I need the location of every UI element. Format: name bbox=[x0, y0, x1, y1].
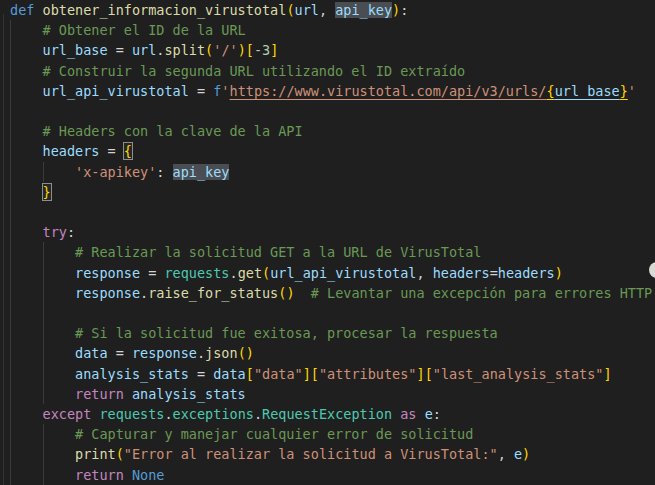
code-token: json bbox=[205, 345, 238, 361]
code-token: data bbox=[213, 366, 246, 382]
code-token: ) bbox=[555, 265, 563, 281]
code-token bbox=[10, 446, 75, 462]
code-token: analysis_stats bbox=[75, 366, 189, 382]
code-token: exceptions bbox=[173, 406, 254, 422]
code-line[interactable]: return None bbox=[0, 465, 655, 485]
code-token: , bbox=[416, 265, 432, 281]
code-token: [ bbox=[311, 366, 319, 382]
code-token: ' bbox=[628, 83, 636, 99]
code-token: = bbox=[108, 345, 132, 361]
code-token: ) bbox=[286, 285, 294, 301]
code-token: None bbox=[132, 467, 165, 483]
code-token: headers bbox=[498, 265, 555, 281]
code-token: raise_for_status bbox=[148, 285, 278, 301]
code-line[interactable]: response.raise_for_status() # Levantar u… bbox=[0, 283, 655, 303]
code-line[interactable]: # Realizar la solicitud GET a la URL de … bbox=[0, 242, 655, 262]
code-token: RequestException bbox=[262, 406, 392, 422]
code-token: url_api_virustotal bbox=[270, 265, 416, 281]
code-token: , bbox=[498, 446, 514, 462]
code-token bbox=[10, 164, 75, 180]
code-token: def bbox=[10, 2, 34, 18]
code-area[interactable]: def obtener_informacion_virustotal(url, … bbox=[0, 0, 655, 485]
code-token: "attributes" bbox=[319, 366, 417, 382]
code-token: 'x-apikey' bbox=[75, 164, 156, 180]
code-token: print bbox=[75, 446, 116, 462]
code-token: . bbox=[140, 285, 148, 301]
code-line[interactable] bbox=[0, 303, 655, 323]
code-token: api_key bbox=[173, 164, 230, 180]
code-line[interactable]: # Obtener el ID de la URL bbox=[0, 20, 655, 40]
code-line[interactable]: } bbox=[0, 182, 655, 202]
code-token: url bbox=[132, 42, 156, 58]
code-editor[interactable]: def obtener_informacion_virustotal(url, … bbox=[0, 0, 655, 485]
code-token: ] bbox=[270, 42, 278, 58]
code-token bbox=[10, 285, 75, 301]
code-token: = bbox=[140, 265, 164, 281]
code-token: e bbox=[514, 446, 522, 462]
code-token: . bbox=[229, 265, 237, 281]
code-token: , bbox=[319, 2, 335, 18]
code-token: obtener_informacion_virustotal bbox=[43, 2, 287, 18]
code-token: # Construir la segunda URL utilizando el… bbox=[43, 63, 466, 79]
code-token: data bbox=[75, 345, 108, 361]
code-token: response bbox=[132, 345, 197, 361]
code-token: ) bbox=[238, 42, 246, 58]
code-token bbox=[416, 406, 424, 422]
code-token: as bbox=[400, 406, 416, 422]
code-token: ) bbox=[392, 2, 400, 18]
code-token bbox=[10, 63, 43, 79]
code-token: e bbox=[425, 406, 433, 422]
code-token bbox=[10, 184, 43, 200]
code-token: ) bbox=[522, 446, 530, 462]
code-token: ( bbox=[286, 2, 294, 18]
code-token: [ bbox=[246, 366, 254, 382]
code-line[interactable]: return analysis_stats bbox=[0, 384, 655, 404]
code-line[interactable]: url_api_virustotal = f'https://www.virus… bbox=[0, 81, 655, 101]
code-token bbox=[10, 345, 75, 361]
code-token bbox=[10, 22, 43, 38]
code-token: ( bbox=[238, 345, 246, 361]
code-line[interactable] bbox=[0, 202, 655, 222]
code-token: url_api_virustotal bbox=[43, 83, 189, 99]
indent-guide bbox=[10, 202, 11, 222]
code-line[interactable]: headers = { bbox=[0, 141, 655, 161]
code-token: # Levantar una excepción para errores HT… bbox=[311, 285, 652, 301]
indent-guide bbox=[10, 101, 11, 121]
code-line[interactable]: # Si la solicitud fue exitosa, procesar … bbox=[0, 323, 655, 343]
code-line[interactable]: analysis_stats = data["data"]["attribute… bbox=[0, 364, 655, 384]
code-token: } bbox=[620, 83, 628, 99]
code-token: = bbox=[99, 143, 123, 159]
code-line[interactable]: # Headers con la clave de la API bbox=[0, 121, 655, 141]
code-token bbox=[10, 467, 75, 483]
code-line[interactable]: except requests.exceptions.RequestExcept… bbox=[0, 404, 655, 424]
code-token: # Capturar y manejar cualquier error de … bbox=[75, 426, 473, 442]
code-line[interactable]: def obtener_informacion_virustotal(url, … bbox=[0, 0, 655, 20]
code-token: : bbox=[156, 164, 172, 180]
code-token: https://www.virustotal.com/api/v3/urls/ bbox=[230, 83, 547, 99]
code-line[interactable]: try: bbox=[0, 222, 655, 242]
code-token: = bbox=[189, 83, 213, 99]
code-line[interactable]: # Capturar y manejar cualquier error de … bbox=[0, 424, 655, 444]
code-token: . bbox=[254, 406, 262, 422]
code-token: "last_analysis_stats" bbox=[433, 366, 604, 382]
code-token bbox=[295, 285, 311, 301]
code-line[interactable]: # Construir la segunda URL utilizando el… bbox=[0, 61, 655, 81]
code-token bbox=[124, 467, 132, 483]
code-token: analysis_stats bbox=[132, 386, 246, 402]
code-token: get bbox=[238, 265, 262, 281]
code-line[interactable] bbox=[0, 101, 655, 121]
code-token: : bbox=[433, 406, 441, 422]
code-token: } bbox=[43, 184, 51, 200]
code-token: = bbox=[108, 42, 132, 58]
code-token: . bbox=[164, 406, 172, 422]
code-token: # Si la solicitud fue exitosa, procesar … bbox=[75, 325, 498, 341]
code-line[interactable]: data = response.json() bbox=[0, 343, 655, 363]
code-line[interactable]: print("Error al realizar la solicitud a … bbox=[0, 444, 655, 464]
code-token: except bbox=[43, 406, 92, 422]
code-line[interactable]: 'x-apikey': api_key bbox=[0, 162, 655, 182]
code-line[interactable]: response = requests.get(url_api_virustot… bbox=[0, 263, 655, 283]
code-token bbox=[10, 426, 75, 442]
code-token: # Headers con la clave de la API bbox=[43, 123, 303, 139]
code-token: : bbox=[67, 224, 75, 240]
code-line[interactable]: url_base = url.split('/')[-3] bbox=[0, 40, 655, 60]
